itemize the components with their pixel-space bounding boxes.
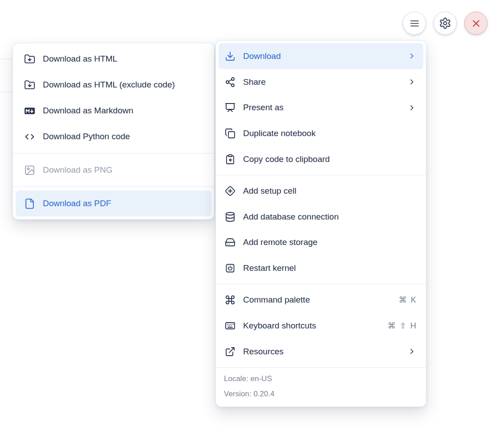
menu-divider — [13, 187, 214, 187]
external-link-icon — [225, 346, 235, 357]
menu-item-label: Add database connection — [243, 212, 339, 222]
hard-drive-icon — [225, 237, 235, 248]
menu-item-label: Add setup cell — [243, 186, 296, 196]
menu-item-copy-code-to-clipboard[interactable]: Copy code to clipboard — [219, 146, 423, 172]
menu-item-download-as-markdown[interactable]: Download as Markdown — [16, 98, 211, 124]
menu-item-label: Download as HTML — [43, 54, 117, 64]
gear-icon — [439, 17, 451, 29]
menu-item-present-as[interactable]: Present as — [219, 95, 423, 121]
keyboard-shortcut: ⌘⇧H — [388, 322, 416, 330]
duplicate-icon — [225, 128, 235, 139]
menu-item-download-as-html-exclude-code[interactable]: Download as HTML (exclude code) — [16, 72, 211, 98]
chevron-right-icon — [408, 104, 416, 112]
menu-divider — [216, 175, 426, 175]
menu-item-label: Download as Markdown — [43, 106, 133, 116]
menu-divider — [216, 284, 426, 284]
menu-item-duplicate-notebook[interactable]: Duplicate notebook — [219, 120, 423, 146]
background-cell-border — [0, 59, 12, 59]
menu-item-label: Present as — [243, 103, 284, 112]
folder-down-icon — [24, 79, 35, 91]
menu-item-download-as-png: Download as PNG — [16, 157, 211, 183]
menu-item-trailing: ⌘K — [399, 296, 416, 304]
menu-item-download-as-html[interactable]: Download as HTML — [16, 46, 211, 72]
clipboard-copy-icon — [225, 154, 235, 165]
background-cell-border — [0, 91, 12, 92]
database-icon — [225, 212, 235, 222]
x-icon — [471, 18, 482, 29]
code-icon — [24, 131, 35, 142]
menu-item-resources[interactable]: Resources — [219, 339, 423, 365]
file-icon — [24, 198, 35, 209]
menu-item-label: Restart kernel — [243, 263, 296, 273]
power-icon — [225, 263, 235, 274]
share-icon — [225, 77, 235, 87]
hamburger-icon — [409, 18, 420, 29]
shutdown-button[interactable] — [464, 12, 487, 35]
menu-item-label: Download Python code — [43, 132, 130, 141]
menu-item-trailing: ⌘⇧H — [388, 322, 416, 330]
menu-footer: Locale: en-USVersion: 0.20.4 — [216, 367, 426, 404]
keyboard-icon — [225, 320, 235, 331]
menu-item-label: Keyboard shortcuts — [243, 321, 316, 331]
menu-item-label: Download — [243, 51, 281, 61]
menu-item-restart-kernel[interactable]: Restart kernel — [219, 255, 423, 281]
menu-item-add-remote-storage[interactable]: Add remote storage — [219, 230, 423, 256]
chevron-right-icon — [408, 52, 416, 60]
menu-item-trailing — [408, 78, 416, 86]
menu-item-download-as-pdf[interactable]: Download as PDF — [16, 191, 211, 216]
notebook-main-menu: DownloadSharePresent asDuplicate noteboo… — [215, 40, 426, 407]
menu-item-label: Download as PDF — [43, 199, 111, 208]
menu-item-label: Download as HTML (exclude code) — [43, 80, 175, 90]
menu-divider — [13, 153, 214, 154]
chevron-right-icon — [408, 347, 416, 356]
menu-item-download[interactable]: Download — [219, 43, 423, 69]
notebook-toolbar — [403, 12, 487, 35]
menu-item-label: Resources — [243, 347, 284, 357]
version-label: Version: 0.20.4 — [224, 386, 418, 402]
menu-item-add-setup-cell[interactable]: Add setup cell — [219, 178, 423, 204]
present-icon — [225, 102, 235, 113]
notebook-actions-menu-button[interactable] — [403, 12, 426, 35]
download-icon — [225, 51, 235, 62]
menu-item-keyboard-shortcuts[interactable]: Keyboard shortcuts⌘⇧H — [219, 313, 423, 339]
settings-button[interactable] — [434, 12, 457, 35]
menu-item-label: Copy code to clipboard — [243, 154, 330, 164]
markdown-icon — [24, 105, 35, 116]
menu-item-trailing — [408, 347, 416, 356]
command-icon — [225, 295, 235, 305]
menu-item-command-palette[interactable]: Command palette⌘K — [219, 287, 423, 313]
menu-item-label: Command palette — [243, 295, 310, 305]
menu-item-trailing — [408, 104, 416, 112]
keyboard-shortcut: ⌘K — [399, 296, 416, 304]
menu-item-label: Download as PNG — [43, 165, 112, 175]
menu-item-label: Share — [243, 77, 266, 87]
locale-label: Locale: en-US — [224, 371, 418, 386]
download-submenu: Download as HTMLDownload as HTML (exclud… — [12, 43, 215, 220]
menu-item-trailing — [408, 52, 416, 60]
chevron-right-icon — [408, 78, 416, 86]
menu-item-share[interactable]: Share — [219, 69, 423, 95]
menu-item-add-database-connection[interactable]: Add database connection — [219, 204, 423, 230]
menu-item-download-python-code[interactable]: Download Python code — [16, 124, 211, 149]
image-icon — [24, 165, 35, 176]
menu-item-label: Add remote storage — [243, 237, 318, 247]
menu-item-label: Duplicate notebook — [243, 129, 316, 138]
diamond-plus-icon — [225, 186, 235, 196]
folder-down-icon — [24, 54, 35, 65]
